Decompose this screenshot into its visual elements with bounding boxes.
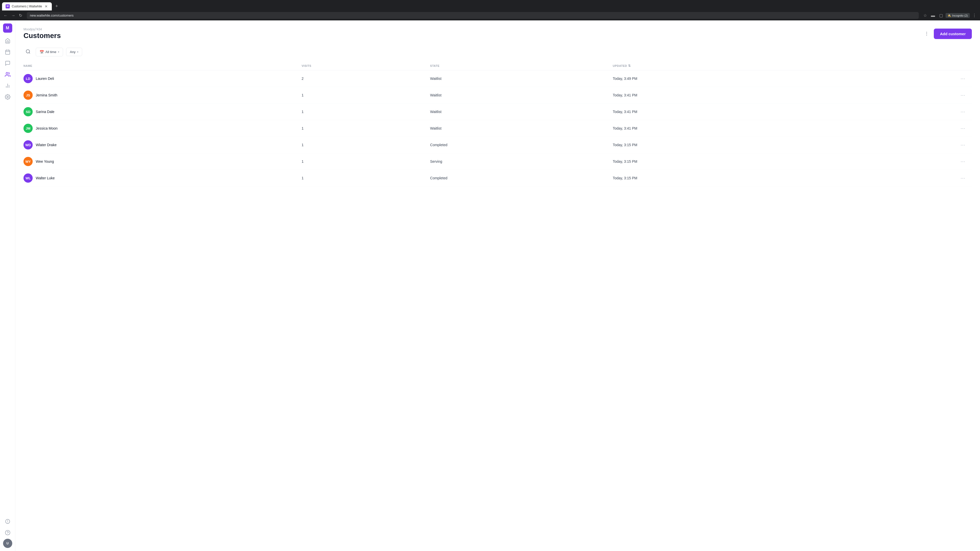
tab-bar: M Customers | Waitwhile ✕ + xyxy=(0,0,980,11)
customer-name-cell: JS Jemina Smith xyxy=(24,87,298,103)
customer-name: Jemina Smith xyxy=(36,93,57,97)
table-row[interactable]: WY Wee Young 1 Serving Today, 3:15 PM ··… xyxy=(24,153,972,170)
customer-actions-cell: ··· xyxy=(843,70,972,87)
table-row[interactable]: JS Jemina Smith 1 Waitlist Today, 3:41 P… xyxy=(24,87,972,103)
row-menu-button[interactable]: ··· xyxy=(958,124,968,133)
sidebar-item-chat[interactable] xyxy=(3,58,13,68)
sidebar-logo[interactable]: M xyxy=(3,24,12,33)
customer-actions-cell: ··· xyxy=(843,120,972,137)
customer-actions-cell: ··· xyxy=(843,170,972,186)
row-menu-button[interactable]: ··· xyxy=(958,174,968,183)
customer-avatar: WY xyxy=(24,157,33,166)
customer-state: Waitlist xyxy=(426,103,609,120)
state-filter-button[interactable]: Any ▾ xyxy=(66,48,82,56)
customer-name-cell: LD Lauren Deli xyxy=(24,70,298,87)
col-header-updated: UPDATED ⇅ xyxy=(609,62,844,70)
user-avatar[interactable]: U xyxy=(3,539,12,548)
customer-name-cell: WY Wee Young xyxy=(24,153,298,170)
page-title-area: Moodjoy7434 Customers xyxy=(24,27,61,40)
url-text: new.waitwhile.com/customers xyxy=(30,14,916,17)
customer-actions-cell: ··· xyxy=(843,103,972,120)
browser-chrome: M Customers | Waitwhile ✕ + ← → ↻ new.wa… xyxy=(0,0,980,21)
table-row[interactable]: LD Lauren Deli 2 Waitlist Today, 3:49 PM… xyxy=(24,70,972,87)
add-customer-button[interactable]: Add customer xyxy=(934,29,972,39)
org-name: Moodjoy7434 xyxy=(24,27,61,31)
sidebar-item-customers[interactable] xyxy=(3,69,13,79)
svg-line-18 xyxy=(29,52,30,54)
address-bar[interactable]: new.waitwhile.com/customers xyxy=(27,12,919,19)
forward-button[interactable]: → xyxy=(10,12,17,19)
customer-name: Lauren Deli xyxy=(36,76,54,81)
incognito-badge: 🕵 Incognito (2) xyxy=(945,13,970,18)
customer-visits: 1 xyxy=(298,137,426,153)
table-row[interactable]: JM Jessica Moon 1 Waitlist Today, 3:41 P… xyxy=(24,120,972,137)
customer-state: Completed xyxy=(426,170,609,186)
time-filter-label: All time xyxy=(45,50,56,54)
more-options-button[interactable] xyxy=(923,30,931,38)
bookmark-button[interactable]: ☆ xyxy=(922,12,928,19)
row-menu-button[interactable]: ··· xyxy=(958,75,968,83)
page-title: Customers xyxy=(24,32,61,40)
customer-visits: 1 xyxy=(298,170,426,186)
customer-state: Completed xyxy=(426,137,609,153)
search-button[interactable] xyxy=(24,47,33,57)
new-tab-button[interactable]: + xyxy=(53,2,61,11)
col-header-actions xyxy=(843,62,972,70)
customer-avatar: JM xyxy=(24,124,33,133)
tab-close-button[interactable]: ✕ xyxy=(44,4,48,8)
sidebar-item-settings[interactable] xyxy=(3,92,13,102)
extensions-button[interactable]: ▬ xyxy=(929,12,937,19)
svg-point-8 xyxy=(7,96,8,98)
row-menu-button[interactable]: ··· xyxy=(958,157,968,166)
sidebar-item-calendar[interactable] xyxy=(3,47,13,57)
customer-name: Sarina Dale xyxy=(36,110,54,114)
customer-updated: Today, 3:15 PM xyxy=(609,137,844,153)
svg-point-4 xyxy=(6,73,8,74)
table-row[interactable]: WD Wlater Drake 1 Completed Today, 3:15 … xyxy=(24,137,972,153)
customer-updated: Today, 3:15 PM xyxy=(609,153,844,170)
customer-avatar: JS xyxy=(24,91,33,100)
customer-name: Walter Luke xyxy=(36,176,55,180)
col-header-name: NAME xyxy=(24,62,298,70)
sidebar-item-home[interactable] xyxy=(3,36,13,46)
customer-avatar: LD xyxy=(24,74,33,83)
profile-button[interactable]: ▢ xyxy=(938,12,945,19)
main-content: Moodjoy7434 Customers Add customer � xyxy=(15,21,980,551)
sidebar-item-analytics[interactable] xyxy=(3,81,13,91)
customer-name: Jessica Moon xyxy=(36,126,58,130)
nav-bar: ← → ↻ new.waitwhile.com/customers ☆ ▬ ▢ … xyxy=(0,11,980,21)
row-menu-button[interactable]: ··· xyxy=(958,141,968,149)
row-menu-button[interactable]: ··· xyxy=(958,108,968,116)
customer-avatar: SD xyxy=(24,107,33,116)
customer-updated: Today, 3:49 PM xyxy=(609,70,844,87)
sidebar-item-help[interactable] xyxy=(3,527,13,538)
back-button[interactable]: ← xyxy=(2,12,9,19)
page-header: Moodjoy7434 Customers Add customer xyxy=(24,21,972,44)
chevron-down-icon: ▾ xyxy=(58,51,59,53)
reload-button[interactable]: ↻ xyxy=(18,12,24,19)
col-header-state: STATE xyxy=(426,62,609,70)
customer-updated: Today, 3:41 PM xyxy=(609,87,844,103)
customer-avatar: WL xyxy=(24,173,33,183)
customer-actions-cell: ··· xyxy=(843,137,972,153)
incognito-label: Incognito (2) xyxy=(952,14,968,17)
app-container: M xyxy=(0,21,980,551)
calendar-filter-icon: 📅 xyxy=(40,50,44,54)
customer-avatar: WD xyxy=(24,140,33,149)
menu-button[interactable]: ⋮ xyxy=(971,12,978,19)
row-menu-button[interactable]: ··· xyxy=(958,91,968,100)
active-tab[interactable]: M Customers | Waitwhile ✕ xyxy=(2,2,52,11)
time-filter-button[interactable]: 📅 All time ▾ xyxy=(36,48,63,56)
customer-updated: Today, 3:41 PM xyxy=(609,103,844,120)
svg-point-15 xyxy=(926,33,927,34)
customer-visits: 1 xyxy=(298,153,426,170)
table-row[interactable]: WL Walter Luke 1 Completed Today, 3:15 P… xyxy=(24,170,972,186)
customer-visits: 2 xyxy=(298,70,426,87)
incognito-icon: 🕵 xyxy=(948,14,951,17)
svg-point-16 xyxy=(926,35,927,36)
table-header: NAME VISITS STATE UPDATED ⇅ xyxy=(24,62,972,70)
sidebar-item-flash[interactable] xyxy=(3,516,13,527)
table-row[interactable]: SD Sarina Dale 1 Waitlist Today, 3:41 PM… xyxy=(24,103,972,120)
customer-name-cell: WD Wlater Drake xyxy=(24,137,298,153)
customer-name-cell: WL Walter Luke xyxy=(24,170,298,186)
